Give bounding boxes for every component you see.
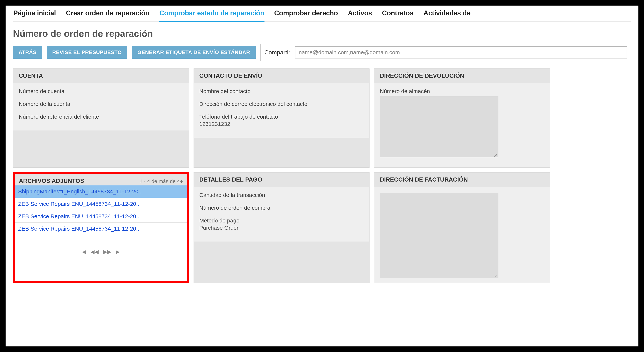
billing-address-textarea[interactable] <box>380 193 498 278</box>
nav-check-status[interactable]: Comprobar estado de reparación <box>159 9 264 22</box>
transaction-amount-label: Cantidad de la transacción <box>199 191 364 199</box>
pager-first-icon[interactable]: ❘◀ <box>78 249 86 255</box>
work-phone-label: Teléfono del trabajo de contacto <box>199 113 364 120</box>
top-nav: Página inicial Crear orden de reparación… <box>13 5 631 22</box>
po-number-label: Número de orden de compra <box>199 204 364 211</box>
shipping-contact-title: CONTACTO DE ENVÍO <box>194 69 369 83</box>
attachment-item[interactable]: ZEB Service Repairs ENU_14458734_11-12-2… <box>15 198 187 210</box>
account-card: CUENTA Número de cuenta Nombre de la cue… <box>13 68 189 168</box>
payment-method-value: Purchase Order <box>199 224 364 231</box>
share-email-input[interactable] <box>295 46 627 58</box>
return-address-textarea[interactable] <box>380 96 498 157</box>
payment-details-title: DETALLES DEL PAGO <box>194 172 369 187</box>
attachment-item[interactable]: ShippingManifest1_English_14458734_11-12… <box>15 185 187 198</box>
return-address-title: DIRECCIÓN DE DEVOLUCIÓN <box>374 69 550 83</box>
attachment-empty-row <box>15 235 187 246</box>
attachments-title: ARCHIVOS ADJUNTOS <box>19 177 84 184</box>
contact-email-label: Dirección de correo electrónico del cont… <box>199 100 364 107</box>
pager-last-icon[interactable]: ▶❘ <box>116 249 124 255</box>
back-button[interactable]: ATRÁS <box>13 46 42 59</box>
attachment-item[interactable]: ZEB Service Repairs ENU_14458734_11-12-2… <box>15 210 187 223</box>
account-card-title: CUENTA <box>13 69 189 83</box>
pager-next-icon[interactable]: ▶▶ <box>103 249 111 255</box>
return-address-card: DIRECCIÓN DE DEVOLUCIÓN Número de almacé… <box>374 68 550 168</box>
resize-handle-icon[interactable] <box>493 152 498 156</box>
work-phone-value: 1231231232 <box>199 120 364 127</box>
warehouse-number-label: Número de almacén <box>380 87 544 95</box>
review-quote-button[interactable]: REVISE EL PRESUPUESTO <box>47 46 127 59</box>
payment-method-label: Método de pago <box>199 217 364 224</box>
nav-assets[interactable]: Activos <box>348 9 372 21</box>
nav-home[interactable]: Página inicial <box>13 9 56 21</box>
attachments-count: 1 - 4 de más de 4+ <box>140 178 183 184</box>
page-title: Número de orden de reparación <box>13 28 631 39</box>
generate-shipping-label-button[interactable]: GENERAR ETIQUETA DE ENVÍO ESTÁNDAR <box>132 46 256 59</box>
attachment-item[interactable]: ZEB Service Repairs ENU_14458734_11-12-2… <box>15 223 187 235</box>
attachments-card: ARCHIVOS ADJUNTOS 1 - 4 de más de 4+ Shi… <box>13 172 189 283</box>
billing-address-title: DIRECCIÓN DE FACTURACIÓN <box>374 172 550 187</box>
nav-contracts[interactable]: Contratos <box>382 9 414 21</box>
nav-check-entitlement[interactable]: Comprobar derecho <box>274 9 338 21</box>
nav-activities[interactable]: Actividades de <box>423 9 471 21</box>
contact-name-label: Nombre del contacto <box>199 87 364 95</box>
customer-ref-label: Número de referencia del cliente <box>19 113 183 120</box>
attachments-list: ShippingManifest1_English_14458734_11-12… <box>15 185 187 246</box>
account-number-label: Número de cuenta <box>19 87 183 95</box>
shipping-contact-card: CONTACTO DE ENVÍO Nombre del contacto Di… <box>194 68 370 168</box>
billing-address-card: DIRECCIÓN DE FACTURACIÓN <box>374 172 550 283</box>
payment-details-card: DETALLES DEL PAGO Cantidad de la transac… <box>194 172 370 283</box>
share-box: Compartir <box>260 44 631 61</box>
attachments-pager: ❘◀ ◀◀ ▶▶ ▶❘ <box>15 246 187 257</box>
account-name-label: Nombre de la cuenta <box>19 100 183 107</box>
action-row: ATRÁS REVISE EL PRESUPUESTO GENERAR ETIQ… <box>13 44 631 61</box>
pager-prev-icon[interactable]: ◀◀ <box>90 249 99 255</box>
share-label: Compartir <box>264 49 290 56</box>
nav-create-order[interactable]: Crear orden de reparación <box>66 9 150 21</box>
resize-handle-icon[interactable] <box>493 273 498 277</box>
